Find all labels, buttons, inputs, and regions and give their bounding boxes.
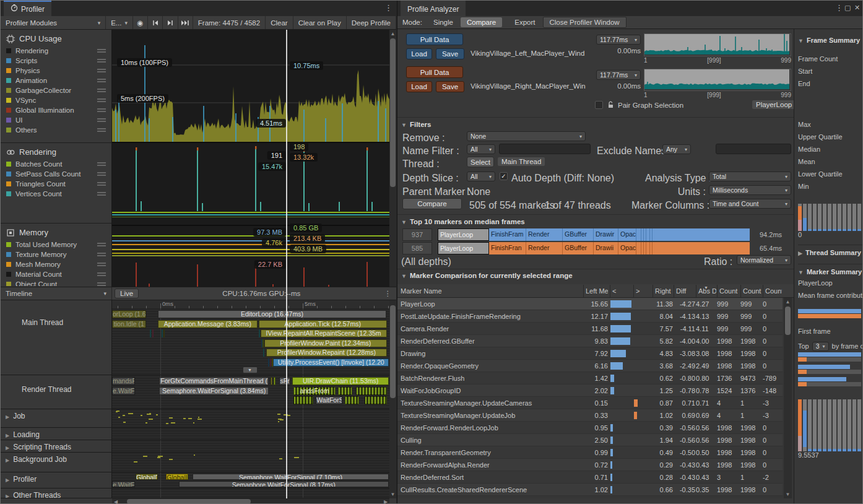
thread-lanes-profiler[interactable]: GlobalD:GlobalIDSemaphore.WaitForSignal … [112, 472, 389, 488]
top10-frame-id[interactable]: 585 [402, 242, 432, 254]
timeline-bar[interactable] [271, 377, 272, 385]
drag-handle-icon[interactable] [97, 79, 106, 82]
timeline-bar-sfr[interactable]: sFr [279, 377, 290, 385]
timeline-bar[interactable] [272, 358, 273, 367]
top10-segment[interactable] [653, 242, 750, 254]
timeline-vscrollbar[interactable]: ▼ [389, 300, 396, 498]
depth-slice-dropdown[interactable]: All▾ [467, 172, 495, 181]
table-scrollbar-thumb[interactable] [785, 306, 791, 335]
top10-segment-opac[interactable]: Opac [618, 228, 636, 241]
timeline-menu-icon[interactable]: ⋮ [384, 289, 397, 298]
drag-handle-icon[interactable] [97, 182, 106, 186]
legend-item-batches-count[interactable]: Batches Count [1, 159, 111, 169]
table-row[interactable]: Render.OpaqueGeometry6.163.68-2.492.4919… [397, 360, 783, 372]
top10-segment[interactable] [636, 242, 641, 254]
auto-depth-checkbox[interactable]: ✓ [500, 172, 508, 180]
thread-lanes-main-thread[interactable]: orLoop (1.6EditorLoop (16.47ms)tion.Idle… [112, 308, 389, 375]
selected-frame-line[interactable] [286, 30, 287, 498]
thread-label-scripting-threads[interactable]: ▶Scripting Threads [1, 440, 112, 452]
timeline-bar-forgfxcommandsfrommainthread[interactable]: ForGfxCommandsFromMainThread ( [159, 377, 269, 385]
drag-handle-icon[interactable] [97, 49, 106, 53]
top10-segment-playerloop[interactable]: PlayerLoop [438, 228, 489, 241]
table-row[interactable]: PostLateUpdate.FinishFrameRendering12.17… [397, 310, 783, 323]
thread-label-other-threads[interactable]: ▶Other Threads [1, 489, 112, 498]
top10-segment-render[interactable]: Render [526, 228, 563, 241]
module-cpu-usage[interactable]: CPU Usage RenderingScriptsPhysicsAnimati… [1, 30, 111, 143]
top10-row[interactable]: 585PlayerLoopFinishFranRenderGBufferDraw… [397, 242, 794, 254]
legend-item-global-illumination[interactable]: Global Illumination [1, 105, 111, 115]
comparison-header[interactable]: ▼Marker Comparison for currently selecte… [401, 272, 573, 279]
column-header-count-8[interactable]: Count [740, 285, 762, 297]
profiler-charts[interactable] [112, 30, 389, 287]
timeline-bar-globalid[interactable]: GlobalID [166, 474, 188, 480]
thread-lanes-scripting-threads[interactable] [112, 440, 389, 452]
timeline-bar[interactable] [274, 377, 275, 385]
timeline-bar[interactable] [365, 396, 387, 404]
drag-handle-icon[interactable] [97, 98, 106, 102]
thread-lanes-job[interactable] [112, 409, 389, 427]
drag-handle-icon[interactable] [97, 282, 106, 286]
load-left-button[interactable]: Load [406, 48, 432, 59]
mode-single-button[interactable]: Single [427, 17, 459, 27]
analysis-type-dropdown[interactable]: Total▾ [709, 172, 791, 181]
analyzer-menu-icon[interactable]: ⋮ [835, 3, 843, 12]
drag-handle-icon[interactable] [97, 172, 106, 176]
timeline-bar-application-tick-12-57ms[interactable]: Application.Tick (12.57ms) [259, 320, 387, 328]
live-button[interactable]: Live [115, 289, 139, 298]
legend-item-texture-memory[interactable]: Texture Memory [1, 250, 111, 259]
timeline-bar[interactable] [345, 396, 358, 404]
pair-marker-value[interactable]: PlayerLoop [752, 100, 796, 109]
table-row[interactable]: RenderForwardAlpha.Render0.720.29-0.430.… [397, 459, 783, 471]
scroll-right-icon[interactable]: ▶ [383, 499, 388, 504]
table-scrollbar[interactable]: ▲▼ [784, 298, 792, 498]
drag-handle-icon[interactable] [97, 69, 106, 72]
table-row[interactable]: TextureStreamingManager.UpdateCameras0.1… [397, 397, 783, 409]
frame-histogram[interactable] [798, 204, 863, 231]
save-left-button[interactable]: Save [436, 48, 464, 59]
table-row[interactable]: BatchRenderer.Flush1.420.62-0.800.801736… [397, 372, 783, 385]
drag-handle-icon[interactable] [97, 59, 106, 63]
cpu-usage-chart[interactable] [112, 30, 389, 146]
timeline-bar-e-waitforsigna[interactable]: e.WaitForSigna [112, 387, 135, 395]
top10-segment-gbuffer[interactable]: GBuffer [563, 242, 594, 254]
table-row[interactable]: CullResults.CreateSharedRendererScene1.0… [397, 484, 783, 496]
thread-label-main-thread[interactable]: Main Thread [1, 308, 112, 375]
timeline-bar[interactable] [262, 339, 264, 347]
name-filter-input[interactable] [499, 144, 591, 154]
table-row[interactable]: RenderDeferred.Sort0.710.28-0.430.4331-2 [397, 471, 783, 484]
timeline-bar[interactable] [356, 387, 386, 395]
top10-row[interactable]: 937PlayerLoopFinishFramRenderGBufferDraw… [397, 228, 794, 241]
marker-histogram[interactable] [798, 399, 863, 451]
frames-graph-right[interactable]: 33.00ms [644, 69, 791, 91]
column-header--3[interactable]: > [633, 285, 651, 297]
drag-handle-icon[interactable] [97, 263, 106, 266]
thread-lanes-render-thread[interactable]: mandsFromMForGfxCommandsFromMainThread (… [112, 375, 389, 409]
timeline-bar[interactable] [162, 329, 163, 337]
drag-handle-icon[interactable] [97, 128, 106, 132]
scroll-up-icon[interactable]: ▲ [389, 31, 396, 37]
marker-columns-dropdown[interactable]: Time and Count▾ [709, 199, 791, 209]
module-rendering[interactable]: Rendering Batches CountSetPass Calls Cou… [1, 143, 111, 224]
scroll-down-icon[interactable]: ▼ [784, 492, 792, 497]
ratio-dropdown[interactable]: Normalized▾ [737, 255, 791, 265]
record-button[interactable]: ◉ [133, 16, 148, 29]
legend-item-scripts[interactable]: Scripts [1, 56, 111, 66]
thread-lanes-background-job[interactable] [112, 453, 389, 472]
foldout-icon[interactable]: ▶ [6, 458, 9, 463]
thread-label-profiler[interactable]: ▶Profiler [1, 472, 112, 488]
load-right-button[interactable]: Load [406, 81, 432, 92]
top-n-dropdown[interactable]: 3▾ [812, 342, 829, 351]
timeline-bar-waitforsig[interactable]: WaitForSig [316, 396, 342, 404]
save-right-button[interactable]: Save [436, 81, 464, 92]
table-row[interactable]: RenderDeferred.GBuffer9.835.82-4.004.001… [397, 335, 783, 347]
legend-item-material-count[interactable]: Material Count [1, 269, 111, 279]
compare-button[interactable]: Compare [402, 198, 462, 209]
prev-frame-button[interactable] [148, 16, 163, 29]
drag-handle-icon[interactable] [97, 118, 106, 122]
top10-segment-gbuffer[interactable]: GBuffer [563, 228, 594, 241]
module-memory[interactable]: Memory Total Used MemoryTexture MemoryMe… [1, 224, 111, 286]
legend-item-setpass-calls-count[interactable]: SetPass Calls Count [1, 169, 111, 179]
deep-profile-button[interactable]: Deep Profile [347, 16, 396, 29]
drag-handle-icon[interactable] [97, 108, 106, 112]
top10-header[interactable]: ▼Top 10 markers on median frames [401, 218, 525, 225]
